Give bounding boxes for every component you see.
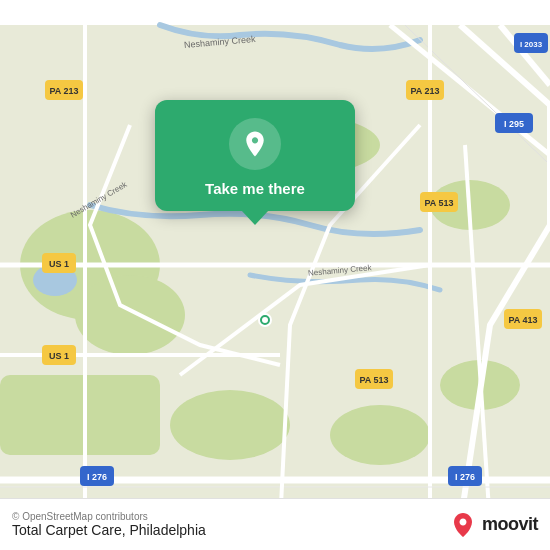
svg-rect-3 (0, 375, 160, 455)
svg-text:PA 213: PA 213 (49, 86, 78, 96)
svg-text:I 295: I 295 (504, 119, 524, 129)
popup-card[interactable]: Take me there (155, 100, 355, 211)
map-background: PA 213 PA 213 I 295 PA 513 US 1 PA 413 U… (0, 0, 550, 550)
svg-text:PA 513: PA 513 (359, 375, 388, 385)
svg-text:PA 213: PA 213 (410, 86, 439, 96)
map-container: PA 213 PA 213 I 295 PA 513 US 1 PA 413 U… (0, 0, 550, 550)
svg-text:PA 413: PA 413 (508, 315, 537, 325)
svg-point-36 (262, 317, 268, 323)
bottom-bar-left: © OpenStreetMap contributors Total Carpe… (12, 511, 206, 538)
svg-text:I 276: I 276 (87, 472, 107, 482)
svg-text:I 276: I 276 (455, 472, 475, 482)
copyright-text: © OpenStreetMap contributors (12, 511, 206, 522)
svg-text:PA 513: PA 513 (424, 198, 453, 208)
moovit-logo: moovit (449, 511, 538, 539)
moovit-brand-label: moovit (482, 514, 538, 535)
moovit-pin-icon (449, 511, 477, 539)
bottom-bar: © OpenStreetMap contributors Total Carpe… (0, 498, 550, 550)
take-me-there-label: Take me there (205, 180, 305, 197)
svg-text:US 1: US 1 (49, 259, 69, 269)
location-icon-wrap (229, 118, 281, 170)
svg-text:US 1: US 1 (49, 351, 69, 361)
svg-point-5 (330, 405, 430, 465)
location-pin-icon (240, 129, 270, 159)
svg-point-2 (75, 275, 185, 355)
location-name: Total Carpet Care, Philadelphia (12, 522, 206, 538)
svg-text:I 2033: I 2033 (520, 40, 543, 49)
svg-point-4 (170, 390, 290, 460)
